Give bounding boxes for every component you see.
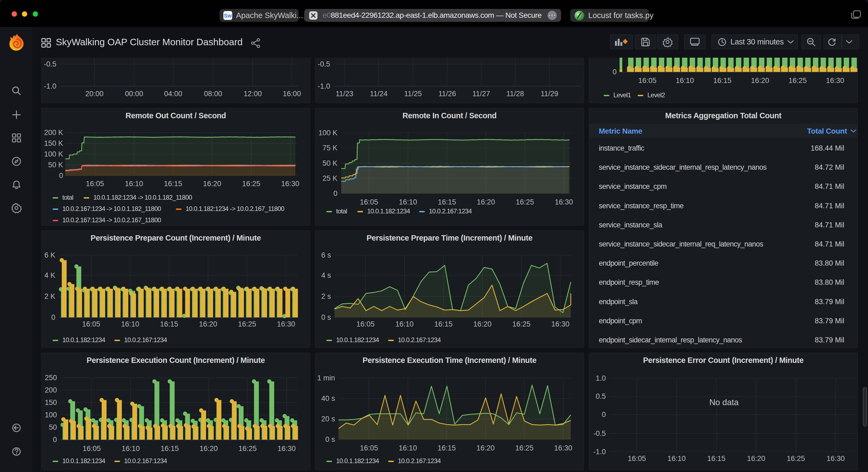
- svg-text:16:15: 16:15: [707, 454, 725, 463]
- svg-text:50 K: 50 K: [322, 159, 337, 167]
- svg-text:16:30: 16:30: [277, 320, 296, 328]
- svg-text:16:05: 16:05: [356, 320, 375, 328]
- svg-text:0 s: 0 s: [321, 313, 331, 322]
- svg-text:20 s: 20 s: [321, 415, 335, 423]
- svg-text:No data: No data: [709, 398, 739, 407]
- svg-text:0.5: 0.5: [595, 392, 606, 400]
- svg-text:16:30: 16:30: [278, 444, 296, 452]
- svg-text:04:00: 04:00: [164, 90, 182, 98]
- svg-text:2 K: 2 K: [44, 292, 55, 300]
- svg-text:-1.0: -1.0: [593, 448, 606, 456]
- svg-text:50: 50: [49, 423, 57, 431]
- svg-text:16:20: 16:20: [199, 444, 218, 452]
- svg-text:11/27: 11/27: [472, 90, 490, 98]
- svg-text:08:00: 08:00: [204, 90, 222, 98]
- svg-text:250: 250: [45, 374, 57, 382]
- svg-text:4 s: 4 s: [321, 271, 331, 279]
- svg-text:16:30: 16:30: [826, 76, 844, 85]
- svg-text:200 K: 200 K: [44, 129, 63, 137]
- svg-text:75 K: 75 K: [322, 144, 337, 152]
- svg-text:11/26: 11/26: [438, 90, 456, 98]
- svg-text:16:25: 16:25: [239, 444, 257, 452]
- svg-text:11/23: 11/23: [336, 90, 353, 98]
- svg-text:12:00: 12:00: [244, 90, 262, 98]
- svg-text:6 s: 6 s: [321, 251, 331, 259]
- svg-text:150: 150: [45, 399, 57, 407]
- svg-text:1.0: 1.0: [595, 374, 606, 382]
- svg-text:16:30: 16:30: [555, 198, 573, 206]
- svg-text:16:15: 16:15: [437, 444, 456, 452]
- svg-text:11/24: 11/24: [370, 90, 388, 98]
- svg-text:11/29: 11/29: [540, 90, 558, 98]
- svg-text:16:20: 16:20: [199, 320, 217, 328]
- svg-text:16:05: 16:05: [628, 454, 646, 463]
- svg-text:00:00: 00:00: [125, 90, 143, 98]
- svg-text:16:05: 16:05: [638, 76, 656, 85]
- svg-text:0: 0: [333, 190, 337, 198]
- svg-text:16:10: 16:10: [676, 76, 694, 85]
- svg-text:11/28: 11/28: [506, 90, 524, 98]
- svg-text:16:20: 16:20: [476, 444, 495, 452]
- svg-text:-0.5: -0.5: [593, 430, 606, 438]
- svg-text:16:20: 16:20: [751, 76, 769, 85]
- svg-text:16:30: 16:30: [281, 180, 300, 188]
- svg-text:16:20: 16:20: [203, 180, 221, 188]
- svg-text:16:10: 16:10: [125, 180, 143, 188]
- svg-text:6 K: 6 K: [44, 251, 55, 259]
- svg-text:16:15: 16:15: [438, 198, 456, 206]
- svg-text:16:05: 16:05: [360, 198, 378, 206]
- svg-text:16:25: 16:25: [512, 320, 531, 328]
- svg-text:150 K: 150 K: [44, 139, 63, 147]
- svg-text:1 min: 1 min: [317, 374, 335, 382]
- svg-text:16:30: 16:30: [554, 444, 572, 452]
- svg-text:100 K: 100 K: [44, 150, 63, 158]
- svg-text:16:25: 16:25: [238, 320, 256, 328]
- svg-text:16:05: 16:05: [86, 180, 104, 188]
- svg-text:40 s: 40 s: [321, 395, 335, 403]
- svg-text:16:30: 16:30: [551, 320, 570, 328]
- svg-text:16:15: 16:15: [434, 320, 453, 328]
- svg-text:11/25: 11/25: [404, 90, 422, 98]
- svg-text:16:05: 16:05: [83, 444, 101, 452]
- svg-text:4 K: 4 K: [44, 271, 55, 279]
- svg-text:-0.5: -0.5: [44, 60, 56, 68]
- svg-text:16:10: 16:10: [668, 454, 686, 463]
- svg-text:100 K: 100 K: [318, 129, 337, 137]
- svg-text:16:25: 16:25: [515, 444, 533, 452]
- svg-text:-1.0: -1.0: [44, 82, 56, 90]
- svg-text:0: 0: [613, 68, 617, 76]
- svg-text:16:05: 16:05: [82, 320, 100, 328]
- svg-text:100: 100: [45, 411, 57, 419]
- svg-text:25 K: 25 K: [322, 174, 337, 182]
- svg-text:16:05: 16:05: [360, 444, 378, 452]
- svg-text:0: 0: [59, 172, 63, 180]
- svg-text:16:25: 16:25: [787, 454, 805, 463]
- svg-text:16:20: 16:20: [477, 198, 495, 206]
- svg-text:0: 0: [51, 313, 55, 322]
- svg-text:16:20: 16:20: [473, 320, 492, 328]
- svg-text:50 K: 50 K: [48, 161, 63, 169]
- svg-text:16:10: 16:10: [121, 320, 140, 328]
- svg-text:16:25: 16:25: [516, 198, 534, 206]
- svg-text:16:10: 16:10: [122, 444, 140, 452]
- svg-text:16:25: 16:25: [788, 76, 807, 85]
- svg-text:16:25: 16:25: [242, 180, 260, 188]
- svg-text:16:10: 16:10: [399, 198, 417, 206]
- svg-text:20:00: 20:00: [85, 90, 103, 98]
- svg-text:0: 0: [602, 411, 606, 419]
- svg-text:16:20: 16:20: [747, 454, 765, 463]
- svg-text:16:15: 16:15: [713, 76, 732, 85]
- svg-text:-0.5: -0.5: [317, 60, 330, 68]
- svg-text:16:15: 16:15: [160, 444, 179, 452]
- svg-text:16:00: 16:00: [283, 90, 301, 98]
- svg-text:-1.0: -1.0: [317, 82, 330, 90]
- svg-text:16:10: 16:10: [396, 320, 414, 328]
- svg-text:2 s: 2 s: [321, 292, 331, 300]
- svg-text:0 s: 0 s: [325, 435, 335, 443]
- svg-text:200: 200: [45, 386, 57, 394]
- svg-text:0: 0: [53, 436, 57, 444]
- svg-text:16:10: 16:10: [399, 444, 417, 452]
- svg-text:16:15: 16:15: [160, 320, 178, 328]
- svg-text:16:15: 16:15: [164, 180, 182, 188]
- svg-text:16:30: 16:30: [827, 454, 845, 463]
